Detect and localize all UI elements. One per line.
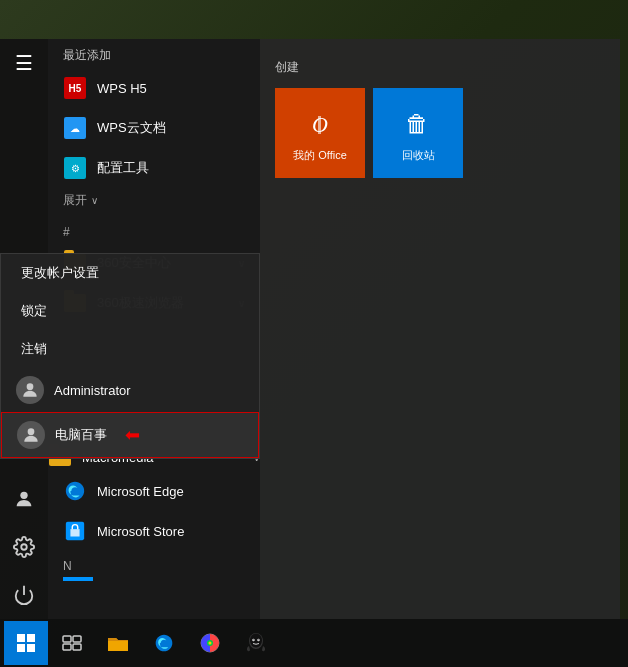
diannbaishi-avatar	[17, 421, 45, 449]
config-icon: ⚙	[63, 156, 87, 180]
taskbar-qq[interactable]	[234, 621, 278, 665]
config-label: 配置工具	[97, 159, 149, 177]
taskbar-color-picker[interactable]	[188, 621, 232, 665]
svg-text:🗑: 🗑	[405, 110, 429, 137]
store-label: Microsoft Store	[97, 524, 184, 539]
alpha-hash: #	[48, 217, 260, 243]
tiles-title: 创建	[275, 59, 605, 76]
svg-rect-15	[63, 636, 71, 642]
alpha-n: N	[48, 551, 260, 577]
wps-cloud-icon: ☁	[63, 116, 87, 140]
svg-rect-6	[318, 116, 321, 134]
tile-office[interactable]: O 我的 Office	[275, 88, 365, 178]
office-tile-label: 我的 Office	[293, 148, 347, 163]
selected-user-arrow: ⬅	[125, 424, 140, 446]
section-recent-title: 最近添加	[48, 39, 260, 68]
taskbar-task-view[interactable]	[50, 621, 94, 665]
svg-point-26	[253, 639, 254, 640]
svg-point-0	[20, 492, 27, 499]
office-tile-icon: O	[300, 104, 340, 144]
store-icon	[63, 519, 87, 543]
svg-point-21	[209, 642, 212, 645]
menu-item-config[interactable]: ⚙ 配置工具	[48, 148, 260, 188]
svg-point-1	[21, 544, 27, 550]
svg-rect-14	[27, 644, 35, 652]
svg-point-23	[250, 634, 262, 648]
svg-rect-13	[17, 644, 25, 652]
taskbar-file-explorer[interactable]	[96, 621, 140, 665]
context-change-account[interactable]: 更改帐户设置	[1, 254, 259, 292]
taskbar	[0, 619, 628, 667]
administrator-avatar	[16, 376, 44, 404]
svg-rect-18	[73, 644, 81, 650]
desktop: ☰ 最近添加 H5 WPS H5	[0, 0, 628, 667]
svg-point-10	[28, 428, 35, 435]
sidebar-settings-icon[interactable]	[0, 523, 48, 571]
sidebar-power-icon[interactable]	[0, 571, 48, 619]
start-tiles: 创建 O 我的 Office	[260, 39, 620, 619]
svg-rect-12	[27, 634, 35, 642]
context-signout[interactable]: 注销	[1, 330, 259, 368]
sidebar-hamburger[interactable]: ☰	[0, 39, 48, 87]
diannbaishi-label: 电脑百事	[55, 426, 107, 444]
start-button[interactable]	[4, 621, 48, 665]
tiles-row: O 我的 Office 🗑 回收站	[275, 88, 605, 178]
context-lock[interactable]: 锁定	[1, 292, 259, 330]
context-user-diannbaishi[interactable]: 电脑百事 ⬅	[1, 412, 259, 458]
expand-link[interactable]: 展开 ∨	[48, 188, 260, 217]
wps-h5-label: WPS H5	[97, 81, 147, 96]
recycle-tile-label: 回收站	[402, 148, 435, 163]
wps-cloud-label: WPS云文档	[97, 119, 166, 137]
administrator-label: Administrator	[54, 383, 131, 398]
svg-rect-11	[17, 634, 25, 642]
taskbar-edge[interactable]	[142, 621, 186, 665]
edge-icon	[63, 479, 87, 503]
wps-h5-icon: H5	[63, 76, 87, 100]
edge-label: Microsoft Edge	[97, 484, 184, 499]
context-user-administrator[interactable]: Administrator	[1, 368, 259, 412]
sidebar-user-icon[interactable]	[0, 475, 48, 523]
svg-point-9	[27, 383, 34, 390]
menu-item-wps-cloud[interactable]: ☁ WPS云文档	[48, 108, 260, 148]
recycle-tile-icon: 🗑	[398, 104, 438, 144]
menu-item-wps-h5[interactable]: H5 WPS H5	[48, 68, 260, 108]
tile-recycle[interactable]: 🗑 回收站	[373, 88, 463, 178]
start-menu: ☰ 最近添加 H5 WPS H5	[0, 39, 380, 619]
menu-item-edge[interactable]: Microsoft Edge	[48, 471, 260, 511]
svg-point-27	[258, 639, 259, 640]
user-context-menu: 更改帐户设置 锁定 注销 Administrator 电脑百事 ⬅	[0, 253, 260, 459]
svg-rect-17	[63, 644, 71, 650]
svg-rect-16	[73, 636, 81, 642]
menu-item-store[interactable]: Microsoft Store	[48, 511, 260, 551]
